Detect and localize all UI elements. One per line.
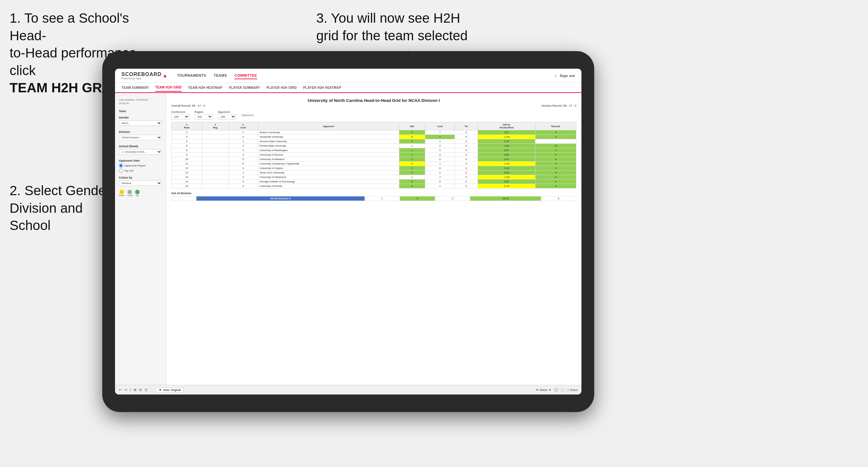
opponent-select[interactable]: (All) xyxy=(218,114,236,120)
nav-tournaments[interactable]: TOURNAMENTS xyxy=(177,72,206,79)
cell-conf: 2 xyxy=(228,144,258,148)
cell-tie: 0 xyxy=(455,184,477,188)
color-dot-level xyxy=(127,190,132,194)
annotation-3: 3. You will now see H2H grid for the tea… xyxy=(316,9,502,44)
filter-opponent: Opponent (All) xyxy=(218,111,236,120)
cell-rounds xyxy=(535,139,576,144)
cell-loss: 0 xyxy=(425,166,455,170)
clock-icon[interactable]: ⏱ xyxy=(145,388,148,392)
cell-diff: 3.67 xyxy=(477,148,535,153)
filter-row: Conference (All) Region (All) Opponent xyxy=(171,111,576,120)
gender-select[interactable]: Men's Women's xyxy=(119,120,162,126)
conference-select[interactable]: (All) xyxy=(171,114,189,120)
filter-region: Region (All) xyxy=(194,111,213,120)
nav-committee[interactable]: COMMITTEE xyxy=(235,72,257,79)
tablet-screen: SCOREBOARD Powered by clippi ▲ TOURNAMEN… xyxy=(115,69,582,395)
cell-diff: 2.33 xyxy=(477,166,535,170)
tab-team-h2h-grid[interactable]: TEAM H2H GRID xyxy=(155,84,182,92)
cell-diff: 5.56 xyxy=(477,170,535,175)
color-label-up: Up xyxy=(135,194,140,196)
tab-player-h2h-grid[interactable]: PLAYER H2H GRID xyxy=(267,84,297,91)
cell-reg xyxy=(202,144,228,148)
share-btn[interactable]: ⤴ Share xyxy=(567,388,578,392)
cell-conf: 3 xyxy=(228,184,258,188)
watch-dropdown: ▼ xyxy=(549,388,551,392)
radio-opponents-played[interactable]: Opponents Played xyxy=(119,163,162,168)
cell-diff: -1.00 xyxy=(477,175,535,180)
cell-tie: 0 xyxy=(455,162,477,166)
nav-links: TOURNAMENTS TEAMS COMMITTEE xyxy=(177,72,546,79)
opponent-filter-label: Opponent xyxy=(218,111,236,114)
comment-btn[interactable]: 💬 xyxy=(555,388,558,392)
cell-loss: 1 xyxy=(425,184,455,188)
cell-win: 1 xyxy=(399,153,425,157)
grid-title: University of North Carolina Head-to-Hea… xyxy=(171,98,576,103)
cell-conf: 2 xyxy=(228,175,258,180)
gender-label: Gender xyxy=(119,116,162,119)
redo-icon[interactable]: ↪ xyxy=(124,388,127,392)
tab-team-h2h-heatmap[interactable]: TEAM H2H HEATMAP xyxy=(188,84,222,91)
cell-rank: 10 xyxy=(172,157,202,162)
nav-teams[interactable]: TEAMS xyxy=(214,72,227,79)
cell-win: 3 xyxy=(399,170,425,175)
division-select[interactable]: NCAA Division I NCAA Division II xyxy=(119,135,162,140)
cell-conf: 3 xyxy=(228,166,258,170)
cell-loss: 0 xyxy=(425,148,455,153)
cell-rank: 4 xyxy=(172,139,202,144)
cell-rounds: 9 xyxy=(535,130,576,135)
tab-player-h2h-heatmap[interactable]: PLAYER H2H HEATMAP xyxy=(303,84,341,91)
cell-rounds: 9 xyxy=(535,180,576,184)
cell-rounds: 3 xyxy=(535,148,576,153)
copy-icon[interactable]: ⊞ xyxy=(133,388,136,392)
colour-label: Colour by xyxy=(119,176,162,179)
h2h-table: #Rank #Reg #Conf Opponent Win Loss Tie D… xyxy=(171,122,576,188)
cell-opponent: University of Arkansas, Fayetteville xyxy=(258,162,399,166)
present-btn[interactable]: ⛶ xyxy=(561,388,564,392)
grid-area: University of North Carolina Head-to-Hea… xyxy=(166,93,582,385)
paste-icon[interactable]: ⊟ xyxy=(139,388,142,392)
table-row: 15 4 Georgia Institute of Technology 5 0… xyxy=(172,180,576,184)
opponent-view-label: Opponent View xyxy=(119,159,162,162)
cell-rounds: 2 xyxy=(535,153,576,157)
cell-diff: 1.67 xyxy=(477,130,535,135)
region-select[interactable]: (All) xyxy=(194,114,213,120)
cell-loss: 1 xyxy=(425,130,455,135)
team-label: Team xyxy=(119,110,162,113)
table-row: 9 3 University of Arizona 1 0 0 9.00 2 xyxy=(172,153,576,157)
watch-btn[interactable]: 👁 Watch ▼ xyxy=(536,388,551,392)
cell-win: 3 xyxy=(399,184,425,188)
cell-win: 1 xyxy=(399,166,425,170)
grid-records: Overall Record: 89 - 17 - 0 Division Rec… xyxy=(171,104,576,107)
cell-conf: 2 xyxy=(228,148,258,153)
cell-loss: 1 xyxy=(425,162,455,166)
school-label: School (Rank) xyxy=(119,145,162,148)
division-label: Division xyxy=(119,130,162,133)
col-rank: #Rank xyxy=(172,122,202,130)
sign-out-link[interactable]: Sign out xyxy=(560,72,575,79)
table-row: 2 1 Auburn University 2 1 0 1.67 9 xyxy=(172,130,576,135)
tab-player-summary[interactable]: PLAYER SUMMARY xyxy=(229,84,260,91)
table-row: 16 3 University of Florida 3 1 0 -6.42 9 xyxy=(172,184,576,188)
undo-icon[interactable]: ↩ xyxy=(119,388,122,392)
col-reg: #Reg xyxy=(202,122,228,130)
cell-diff: 9.00 xyxy=(477,153,535,157)
cell-reg xyxy=(202,139,228,144)
school-select[interactable]: 1. University of Nort... xyxy=(119,149,162,155)
out-of-division-label: Out of division xyxy=(171,192,576,195)
tab-team-summary[interactable]: TEAM SUMMARY xyxy=(121,84,149,91)
radio-top100[interactable]: Top 100 xyxy=(119,169,162,173)
colour-select[interactable]: Win/loss xyxy=(119,181,162,186)
conference-label: Conference xyxy=(171,111,189,114)
watch-label: Watch xyxy=(539,388,548,392)
logo-area: SCOREBOARD Powered by clippi ▲ xyxy=(121,71,167,80)
color-up: Up xyxy=(135,190,140,196)
forward-icon[interactable]: ⟩ xyxy=(130,388,131,392)
col-diff: Diff AvStrokes/Rnd xyxy=(477,122,535,130)
share-icon: ⤴ xyxy=(567,388,569,392)
view-original-btn[interactable]: 👁 View: Original xyxy=(156,387,183,393)
cell-tie: 0 xyxy=(455,135,477,139)
ood-rounds: 3 xyxy=(541,196,576,201)
color-label-level: Level xyxy=(127,194,132,196)
cell-opponent: University of Arizona xyxy=(258,153,399,157)
cell-rank: 16 xyxy=(172,184,202,188)
